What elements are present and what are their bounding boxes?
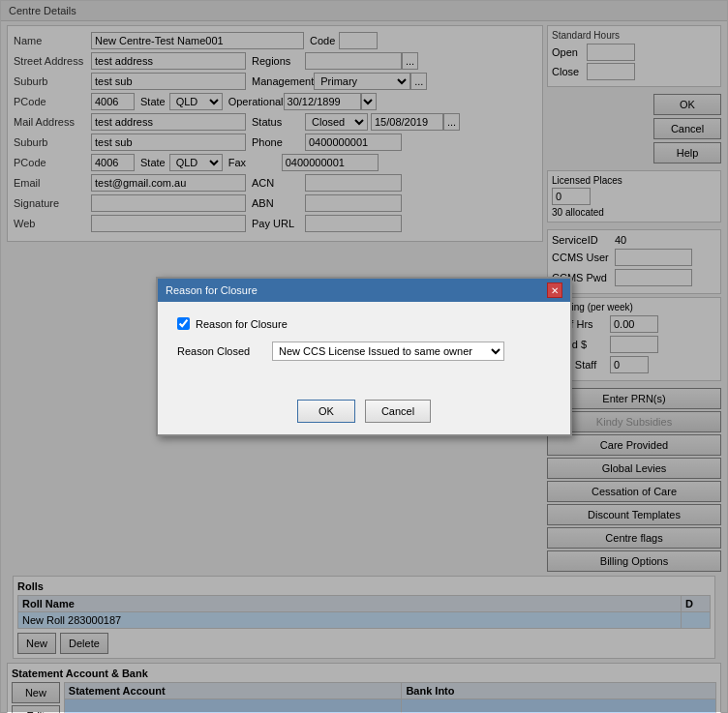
reason-for-closure-checkbox[interactable] [177, 317, 190, 330]
modal-checkbox-row: Reason for Closure [177, 317, 551, 330]
modal-header: Reason for Closure ✕ [158, 279, 570, 302]
modal-cancel-button[interactable]: Cancel [365, 400, 431, 423]
modal-title: Reason for Closure [166, 284, 258, 296]
modal-reason-row: Reason Closed New CCS License Issued to … [177, 342, 551, 361]
modal-footer: OK Cancel [158, 392, 570, 434]
main-window: Centre Details Name Code Street Address … [0, 0, 728, 713]
reason-closed-label: Reason Closed [177, 345, 264, 357]
modal-overlay: Reason for Closure ✕ Reason for Closure … [1, 1, 727, 712]
reason-for-closure-modal: Reason for Closure ✕ Reason for Closure … [156, 277, 572, 436]
modal-close-button[interactable]: ✕ [547, 282, 562, 298]
modal-body: Reason for Closure Reason Closed New CCS… [158, 302, 570, 392]
reason-for-closure-checkbox-label: Reason for Closure [196, 318, 288, 330]
modal-ok-button[interactable]: OK [297, 400, 355, 423]
reason-closed-select[interactable]: New CCS License Issued to same owner Oth… [272, 342, 504, 361]
